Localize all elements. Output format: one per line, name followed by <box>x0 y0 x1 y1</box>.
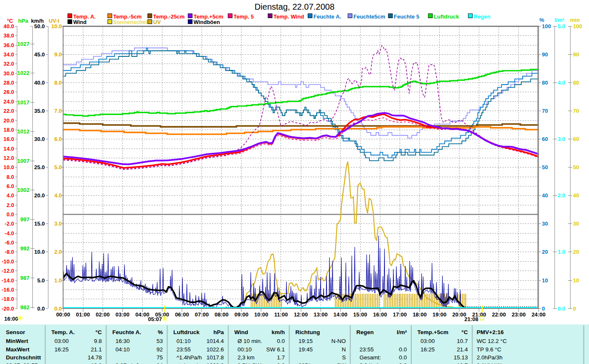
svg-text:16:00: 16:00 <box>373 311 387 318</box>
svg-text:10:00: 10:00 <box>254 311 268 318</box>
svg-text:0: 0 <box>573 306 576 312</box>
svg-text:-6.0: -6.0 <box>5 239 14 246</box>
svg-text:20.0: 20.0 <box>34 192 45 199</box>
svg-text:0.5% SW: 0.5% SW <box>238 362 262 364</box>
svg-text:40.0: 40.0 <box>34 80 45 86</box>
svg-text:90: 90 <box>542 51 548 58</box>
svg-text:1017.8: 1017.8 <box>207 354 224 361</box>
svg-text:14.0: 14.0 <box>3 146 14 152</box>
svg-text:02:00: 02:00 <box>96 311 110 318</box>
svg-text:100: 100 <box>573 23 582 29</box>
svg-text:80: 80 <box>542 80 548 86</box>
svg-text:6.0: 6.0 <box>54 136 62 142</box>
svg-text:30.0: 30.0 <box>34 136 45 142</box>
svg-text:01:00: 01:00 <box>76 311 90 318</box>
svg-text:SW: SW <box>337 362 346 364</box>
svg-text:60: 60 <box>542 136 548 142</box>
svg-text:0.0: 0.0 <box>37 306 45 312</box>
svg-text:16:00: 16:00 <box>4 316 18 322</box>
svg-text:Richtung: Richtung <box>295 329 320 335</box>
svg-text:00:00: 00:00 <box>56 311 70 318</box>
svg-text:90: 90 <box>573 51 579 58</box>
svg-text:24:00: 24:00 <box>531 311 545 318</box>
svg-text:00:10: 00:10 <box>238 346 252 353</box>
svg-text:Feuchte A.: Feuchte A. <box>112 329 141 335</box>
svg-text:-12.0: -12.0 <box>2 268 14 274</box>
svg-text:SW 6.1: SW 6.1 <box>266 346 285 353</box>
svg-text:0.0: 0.0 <box>558 306 565 312</box>
svg-text:1012: 1012 <box>17 128 29 135</box>
svg-text:0.0: 0.0 <box>6 211 14 218</box>
svg-text:10.7: 10.7 <box>457 362 468 364</box>
svg-text:11:00: 11:00 <box>274 311 288 318</box>
svg-text:16:25: 16:25 <box>55 346 69 353</box>
svg-text:4.0: 4.0 <box>54 192 62 199</box>
svg-text:3.0: 3.0 <box>54 221 62 227</box>
svg-text:10: 10 <box>542 277 548 284</box>
svg-text:40: 40 <box>542 192 548 199</box>
svg-text:0.0: 0.0 <box>54 306 62 312</box>
svg-text:20: 20 <box>542 249 548 255</box>
svg-text:40.0: 40.0 <box>3 23 14 29</box>
svg-text:0.0: 0.0 <box>277 362 285 364</box>
svg-text:12.0: 12.0 <box>3 155 14 161</box>
svg-text:32.0: 32.0 <box>3 61 14 67</box>
svg-text:steigend: steigend <box>177 362 198 364</box>
svg-text:19:15: 19:15 <box>299 338 313 344</box>
svg-text:35.0: 35.0 <box>34 108 45 114</box>
svg-text:Wind: Wind <box>73 19 87 25</box>
svg-text:5.0: 5.0 <box>54 164 62 170</box>
svg-text:34.0: 34.0 <box>3 51 14 58</box>
svg-text:hPa: hPa <box>213 329 224 335</box>
svg-text:Luftdruck: Luftdruck <box>434 13 459 20</box>
svg-text:%: % <box>158 329 163 335</box>
svg-text:Regen: Regen <box>474 13 491 20</box>
svg-text:10.0: 10.0 <box>51 23 62 29</box>
svg-text:26.0: 26.0 <box>3 89 14 95</box>
svg-text:22:00: 22:00 <box>492 311 506 318</box>
svg-text:6.0: 6.0 <box>6 183 14 189</box>
svg-text:1.0: 1.0 <box>54 277 62 284</box>
svg-text:8.0: 8.0 <box>54 80 62 86</box>
svg-text:982: 982 <box>20 304 29 311</box>
svg-text:0: 0 <box>542 306 545 312</box>
svg-text:16:25: 16:25 <box>421 346 435 353</box>
svg-text:7.0: 7.0 <box>54 108 62 114</box>
svg-text:30: 30 <box>573 221 579 227</box>
svg-text:Durchschnitt: Durchschnitt <box>6 354 41 361</box>
svg-text:3.0: 3.0 <box>558 136 565 142</box>
svg-text:9.8: 9.8 <box>94 338 102 344</box>
svg-text:80: 80 <box>573 80 579 86</box>
svg-text:-10.0: -10.0 <box>2 258 14 265</box>
svg-text:2.0: 2.0 <box>54 249 62 255</box>
svg-text:Sonnenschein: Sonnenschein <box>113 19 151 25</box>
svg-text:UV: UV <box>153 19 161 25</box>
svg-text:18:00: 18:00 <box>413 311 427 318</box>
svg-text:2.0: 2.0 <box>6 202 14 208</box>
svg-text:0.0: 0.0 <box>399 346 407 353</box>
svg-text:19:00: 19:00 <box>432 311 446 318</box>
svg-text:Feuchte5cm: Feuchte5cm <box>353 13 385 20</box>
svg-text:4.0: 4.0 <box>6 192 14 199</box>
svg-text:1027: 1027 <box>17 41 29 47</box>
svg-text:Ø 10 min.: Ø 10 min. <box>238 338 263 344</box>
svg-text:10: 10 <box>573 277 579 284</box>
svg-text:17:00: 17:00 <box>393 311 407 318</box>
svg-text:0.0: 0.0 <box>277 338 285 344</box>
svg-text:75: 75 <box>157 354 163 361</box>
svg-text:20.0: 20.0 <box>3 117 14 124</box>
svg-text:1017: 1017 <box>17 99 29 106</box>
svg-text:%: % <box>539 17 544 23</box>
svg-text:23:00: 23:00 <box>512 311 525 318</box>
svg-text:53: 53 <box>157 338 163 344</box>
svg-text:21:08: 21:08 <box>464 316 478 322</box>
svg-text:Wind: Wind <box>234 329 248 335</box>
svg-text:1002: 1002 <box>17 187 29 193</box>
svg-text:l/m²: l/m² <box>555 17 565 23</box>
svg-text:60: 60 <box>573 136 579 142</box>
svg-text:22.0: 22.0 <box>3 108 14 114</box>
svg-text:03:00: 03:00 <box>421 338 435 344</box>
svg-text:23:55: 23:55 <box>360 346 374 353</box>
svg-text:S: S <box>342 354 346 361</box>
svg-text:10.0: 10.0 <box>3 164 14 170</box>
